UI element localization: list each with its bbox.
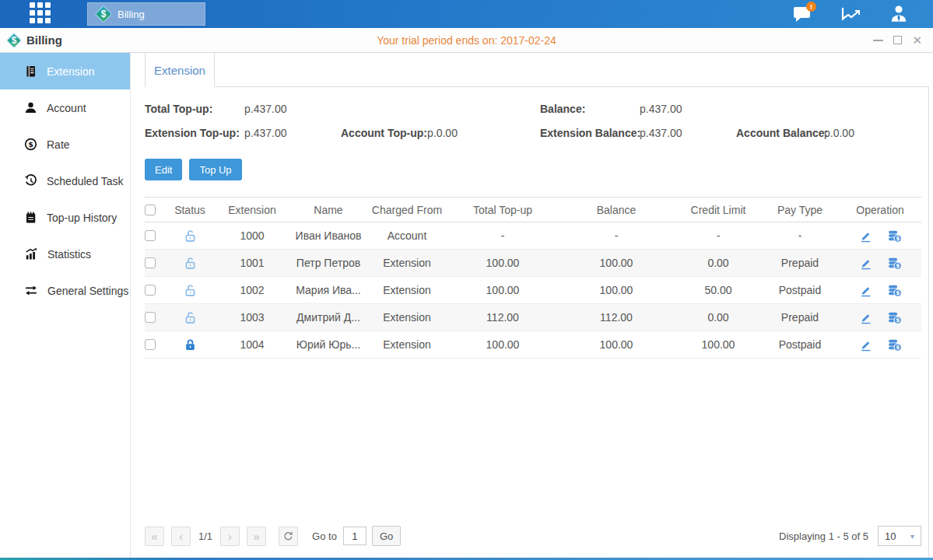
row-balance: 100.00: [557, 338, 675, 351]
sidebar-item-extension[interactable]: Extension: [0, 53, 130, 89]
maximize-icon[interactable]: [893, 36, 902, 44]
top-up-coins-icon[interactable]: $: [887, 284, 902, 297]
row-balance: -: [557, 229, 675, 242]
sidebar-item-top-up-history[interactable]: Top-up History: [0, 199, 130, 236]
edit-pencil-icon[interactable]: [859, 284, 872, 297]
minimize-icon[interactable]: [873, 40, 883, 41]
row-name: Мария Ива...: [291, 284, 366, 296]
top-up-coins-icon[interactable]: $: [887, 338, 902, 352]
row-checkbox[interactable]: [145, 285, 156, 296]
page-size-value: 10: [885, 530, 896, 542]
status-lock-icon: [184, 311, 197, 324]
sidebar-item-rate[interactable]: $ Rate: [0, 126, 130, 163]
row-total-topup: -: [448, 229, 557, 242]
top-up-coins-icon[interactable]: $: [887, 257, 902, 270]
user-menu-icon[interactable]: [888, 5, 910, 23]
account-balance-label: Account Balance:: [736, 127, 828, 139]
taskbar-tab-label: Billing: [118, 9, 145, 20]
column-name: Name: [291, 204, 366, 216]
sidebar-item-account[interactable]: Account: [0, 89, 130, 126]
row-credit-limit: -: [675, 229, 761, 242]
row-charged-from: Account: [366, 229, 448, 242]
table-row[interactable]: 1001 Петр Петров Extension 100.00 100.00…: [145, 250, 921, 277]
bar-chart-icon: [24, 247, 38, 261]
row-total-topup: 112.00: [448, 311, 557, 324]
next-page-button[interactable]: ›: [220, 527, 240, 546]
app-menu-icon[interactable]: [30, 2, 53, 26]
last-page-button[interactable]: »: [247, 527, 266, 546]
balance-label: Balance:: [540, 103, 585, 115]
account-topup-label: Account Top-up:: [341, 127, 427, 139]
edit-pencil-icon[interactable]: [859, 257, 872, 270]
row-extension: 1000: [213, 229, 291, 242]
row-name: Дмитрий Д...: [291, 311, 366, 324]
sidebar-item-scheduled-task[interactable]: Scheduled Task: [0, 163, 130, 199]
first-page-button[interactable]: «: [145, 527, 164, 546]
top-up-coins-icon[interactable]: $: [887, 311, 902, 324]
resource-monitor-icon[interactable]: [840, 5, 861, 23]
sidebar-item-general-settings[interactable]: General Settings: [0, 272, 130, 309]
desktop-topbar: $ Billing !: [0, 0, 933, 28]
status-lock-icon: [184, 229, 197, 243]
row-checkbox[interactable]: [145, 312, 156, 323]
extension-balance-value: p.437.00: [640, 127, 682, 139]
close-icon[interactable]: ✕: [912, 34, 922, 46]
row-credit-limit: 0.00: [675, 311, 761, 324]
prev-page-button[interactable]: ‹: [171, 527, 191, 546]
billing-app-icon: $: [96, 6, 111, 22]
billing-app-window: $ Billing !: [0, 0, 933, 560]
displaying-text: Displaying 1 - 5 of 5: [779, 530, 868, 542]
notepad-icon: [24, 211, 37, 224]
select-all-checkbox[interactable]: [145, 205, 156, 215]
page-number-input[interactable]: [343, 527, 367, 545]
extension-topup-label: Extension Top-up:: [145, 127, 240, 139]
go-button[interactable]: Go: [372, 526, 401, 546]
row-credit-limit: 50.00: [675, 284, 761, 296]
total-topup-value: p.437.00: [244, 103, 287, 115]
row-pay-type: -: [761, 229, 839, 242]
top-up-button[interactable]: Top Up: [189, 159, 241, 180]
table-row[interactable]: 1002 Мария Ива... Extension 100.00 100.0…: [145, 277, 921, 304]
table-row[interactable]: 1004 Юрий Юрь... Extension 100.00 100.00…: [145, 331, 921, 359]
column-total-topup: Total Top-up: [448, 204, 557, 216]
row-extension: 1002: [213, 284, 291, 296]
dollar-circle-icon: $: [24, 138, 37, 151]
row-checkbox[interactable]: [145, 339, 156, 350]
sidebar: Extension Account $ Rate: [0, 53, 131, 560]
edit-pencil-icon[interactable]: [859, 229, 872, 243]
row-checkbox[interactable]: [145, 257, 156, 268]
row-balance: 100.00: [557, 257, 675, 269]
top-up-coins-icon[interactable]: $: [887, 229, 902, 243]
taskbar-tab-billing[interactable]: $ Billing: [87, 2, 205, 26]
ledger-icon: [24, 65, 37, 78]
row-total-topup: 100.00: [448, 257, 557, 269]
billing-window-icon: $: [7, 33, 21, 47]
row-checkbox[interactable]: [145, 230, 156, 241]
svg-text:$: $: [896, 262, 900, 269]
status-lock-icon: [184, 257, 197, 270]
extension-topup-value: p.437.00: [244, 127, 287, 139]
column-balance: Balance: [557, 204, 675, 216]
row-balance: 100.00: [557, 284, 675, 296]
table-row[interactable]: 1000 Иван Иванов Account - - - - $: [145, 222, 921, 250]
table-row[interactable]: 1003 Дмитрий Д... Extension 112.00 112.0…: [145, 304, 921, 331]
tab-extension[interactable]: Extension: [145, 53, 215, 87]
edit-pencil-icon[interactable]: [859, 338, 872, 352]
row-pay-type: Postpaid: [761, 284, 839, 296]
tab-bar: Extension: [131, 53, 933, 87]
row-total-topup: 100.00: [448, 284, 557, 296]
row-charged-from: Extension: [366, 338, 448, 351]
extension-panel: Total Top-up: p.437.00 Balance: p.437.00…: [131, 87, 929, 560]
edit-pencil-icon[interactable]: [859, 311, 872, 324]
status-lock-icon: [184, 338, 197, 352]
row-credit-limit: 100.00: [675, 338, 761, 351]
clock-icon: [24, 174, 37, 187]
status-lock-icon: [184, 284, 197, 297]
edit-button[interactable]: Edit: [145, 159, 182, 180]
page-size-select[interactable]: 10 ▾: [878, 526, 921, 546]
column-charged-from: Charged From: [366, 204, 448, 216]
refresh-icon[interactable]: [279, 527, 298, 546]
messages-icon[interactable]: !: [791, 5, 813, 23]
sidebar-item-statistics[interactable]: Statistics: [0, 236, 130, 272]
row-balance: 112.00: [557, 311, 675, 324]
